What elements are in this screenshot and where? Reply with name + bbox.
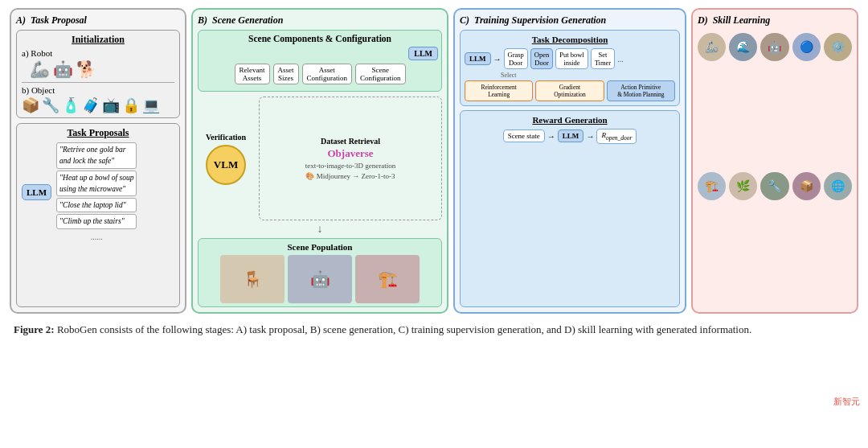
scene-state-box: Scene state [503, 129, 545, 142]
init-box: Initialization a) Robot 🦾 🤖 🐕 b) Object … [16, 30, 180, 118]
skill-img-4: 🔵 [792, 33, 821, 61]
obj-microwave-icon: 📦 [22, 97, 39, 114]
ellipsis: ...... [56, 231, 137, 243]
panel-d-title: Skill Learning [713, 14, 771, 27]
task-decomp-title: Task Decomposition [465, 35, 675, 44]
llm-box-a: LLM [22, 184, 51, 200]
obj-laptop-icon: 💻 [142, 97, 160, 114]
scene-pop-title: Scene Population [202, 242, 438, 252]
scene-comp-llm-row: LLM [202, 47, 438, 60]
panel-b-letter: B) [198, 14, 207, 27]
gradient-btn: GradientOptimization [535, 80, 604, 101]
dataset-box: Dataset Retrieval Objaverse text-to-imag… [259, 97, 442, 220]
task-list: "Retrive one gold barand lock the safe" … [56, 142, 137, 243]
skill-grid: 🦾 🌊 🤖 🔵 ⚙️ 🏗️ 🌿 🔧 📦 🌐 [698, 30, 852, 307]
robot-arm-icon: 🦾 [30, 60, 50, 79]
dataset-title: Dataset Retrieval [263, 137, 438, 146]
obj-arm-icon: 🔧 [42, 97, 59, 114]
panel-d-header: D) Skill Learning [698, 14, 852, 27]
scene-img-3: 🏗️ [355, 255, 420, 303]
rl-btn: ReinforcementLearning [465, 80, 533, 101]
vlm-circle: VLM [206, 145, 246, 185]
diagram-area: A) Task Proposal Initialization a) Robot… [10, 8, 858, 314]
caption-prefix: Figure 2: [14, 323, 57, 335]
reward-box: Reward Generation Scene state → LLM → Ro… [460, 110, 680, 307]
panel-a-header: A) Task Proposal [16, 14, 180, 27]
scene-pop-box: Scene Population 🪑 🤖 🏗️ [198, 238, 442, 307]
robot-dog-icon: 🐕 [76, 60, 96, 79]
reward-title: Reward Generation [465, 115, 675, 125]
midjourney-row: 🎨 Midjourney → Zero-1-to-3 [263, 172, 438, 180]
init-title: Initialization [22, 34, 174, 46]
open-door-btn: OpenDoor [530, 48, 553, 69]
scene-comp-assets-row: RelevantAssets AssetSizes AssetConfigura… [202, 64, 438, 84]
panel-c-letter: C) [460, 14, 469, 27]
task-item-2: "Heat up a bowl of soupusing the microwa… [56, 171, 137, 197]
obj-bottle-icon: 🧴 [62, 97, 80, 114]
task-decomp-box: Task Decomposition LLM → GraspDoor OpenD… [460, 30, 680, 106]
skill-img-9: 📦 [792, 172, 821, 200]
scene-images: 🪑 🤖 🏗️ [202, 255, 438, 303]
decomp-dots: ... [617, 55, 624, 64]
verification-label: Verification [206, 133, 246, 142]
reward-row: Scene state → LLM → Ropen_door [465, 129, 675, 144]
panel-d: D) Skill Learning 🦾 🌊 🤖 🔵 ⚙️ 🏗️ 🌿 🔧 📦 🌐 [691, 8, 858, 314]
divider [22, 82, 174, 83]
scene-img-2: 🤖 [288, 255, 352, 303]
skill-img-5: ⚙️ [824, 33, 852, 61]
robot-icons: 🦾 🤖 🐕 [30, 60, 174, 79]
r-formula-box: Ropen_door [596, 129, 637, 144]
obj-luggage-icon: 🧳 [82, 97, 100, 114]
caption-text: RoboGen consists of the following stages… [57, 323, 751, 335]
panel-a: A) Task Proposal Initialization a) Robot… [10, 8, 186, 314]
object-icons: 📦 🔧 🧴 🧳 📺 🔒 💻 [22, 97, 174, 114]
task-item-1: "Retrive one gold barand lock the safe" [56, 142, 137, 169]
task-item-4: "Climb up the stairs" [56, 214, 137, 228]
object-label: b) Object [22, 85, 174, 95]
task-proposals-title: Task Proposals [22, 127, 174, 139]
skill-img-3: 🤖 [760, 33, 788, 61]
panel-c: C) Training Supervision Generation Task … [453, 8, 686, 314]
asset-config-box: AssetConfiguration [302, 64, 353, 84]
scene-comp-title: Scene Components & Configuration [202, 34, 438, 43]
put-bowl-btn: Put bowlinside [555, 48, 588, 69]
panel-b-header: B) Scene Generation [198, 14, 442, 27]
caption: Figure 2: RoboGen consists of the follow… [10, 322, 858, 338]
reward-arrow2: → [586, 132, 594, 141]
obj-screen-icon: 📺 [102, 97, 120, 114]
task-item-3: "Close the laptop lid" [56, 198, 137, 212]
set-timer-btn: SetTimer [591, 48, 615, 69]
scene-config-box: SceneConfiguration [355, 64, 406, 84]
panel-c-title: Training Supervision Generation [474, 14, 606, 27]
select-label: Select [501, 72, 675, 79]
robot-arm2-icon: 🤖 [53, 60, 73, 79]
relevant-assets-box: RelevantAssets [235, 64, 270, 84]
verification-box: Verification VLM [198, 97, 254, 220]
panel-b: B) Scene Generation Scene Components & C… [191, 8, 448, 314]
reward-llm: LLM [558, 129, 584, 142]
arrow-to-tasks: → [493, 55, 502, 64]
verification-dataset-row: Verification VLM Dataset Retrieval Objav… [198, 97, 442, 220]
skill-img-1: 🦾 [698, 33, 726, 61]
scene-img-1: 🪑 [220, 255, 285, 303]
panel-d-letter: D) [698, 14, 708, 27]
method-row: ReinforcementLearning GradientOptimizati… [465, 80, 675, 101]
panel-b-title: Scene Generation [212, 14, 283, 27]
scene-llm-box: LLM [408, 47, 438, 60]
skill-img-6: 🏗️ [698, 172, 726, 200]
obj-safe-icon: 🔒 [122, 97, 140, 114]
decomp-top-row: LLM → GraspDoor OpenDoor Put bowlinside … [465, 48, 675, 69]
down-arrow-b: ↓ [198, 223, 442, 236]
grasp-door-btn: GraspDoor [504, 48, 528, 69]
panel-c-header: C) Training Supervision Generation [460, 14, 680, 27]
watermark: 新智元 [833, 396, 860, 408]
main-container: A) Task Proposal Initialization a) Robot… [0, 0, 868, 344]
scene-components-box: Scene Components & Configuration LLM Rel… [198, 30, 442, 92]
panel-a-title: Task Proposal [31, 14, 87, 27]
action-prim-btn: Action Primitive& Motion Planning [607, 80, 675, 101]
reward-arrow1: → [547, 132, 555, 141]
asset-sizes-box: AssetSizes [273, 64, 299, 84]
robot-label: a) Robot [22, 48, 174, 58]
skill-img-7: 🌿 [729, 172, 757, 200]
panel-a-letter: A) [16, 14, 26, 27]
